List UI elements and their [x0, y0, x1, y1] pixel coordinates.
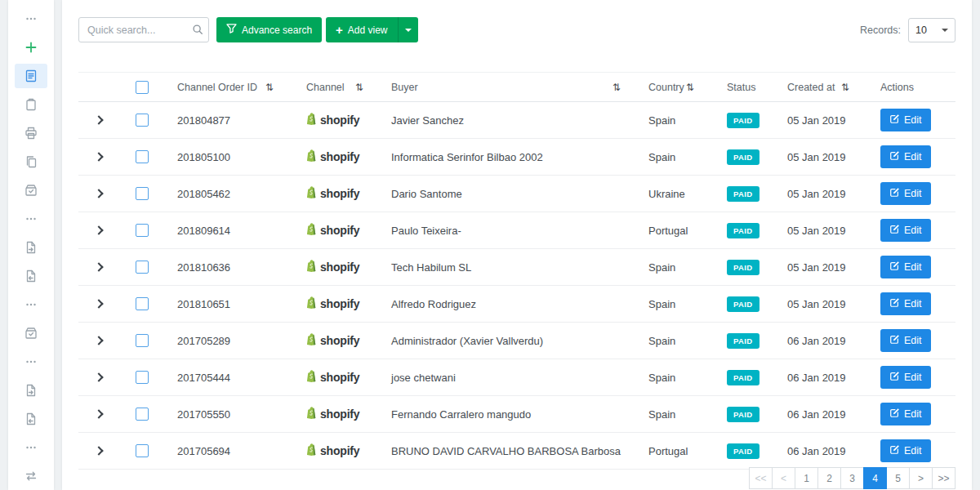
expand-chevron-icon[interactable]	[94, 299, 103, 308]
edit-button[interactable]: Edit	[880, 439, 931, 462]
row-checkbox[interactable]	[136, 334, 149, 347]
edit-button[interactable]: Edit	[880, 292, 931, 315]
page-button->[interactable]: >	[909, 467, 933, 489]
column-header-created-at[interactable]: Created at ⇅	[781, 73, 871, 101]
row-checkbox[interactable]	[136, 297, 149, 310]
page-button-1[interactable]: 1	[795, 467, 818, 489]
sidebar-copy-icon[interactable]	[15, 149, 47, 174]
sidebar-more-icon-2[interactable]	[15, 207, 47, 231]
row-checkbox[interactable]	[136, 114, 149, 127]
buyer-cell: Administrador (Xavier Vallverdu)	[385, 323, 642, 359]
sort-icon[interactable]: ⇅	[612, 82, 621, 93]
country-cell: Spain	[642, 323, 715, 359]
sidebar-transfer-icon[interactable]	[15, 464, 47, 488]
expand-chevron-icon[interactable]	[94, 225, 103, 234]
row-checkbox[interactable]	[136, 444, 149, 457]
sidebar-more-icon-5[interactable]	[15, 435, 47, 460]
edit-button[interactable]: Edit	[880, 403, 931, 425]
shopify-logo-icon	[306, 223, 317, 238]
row-checkbox[interactable]	[136, 224, 149, 237]
created-at-cell: 05 Jan 2019	[781, 286, 871, 322]
order-id-cell: 201805462	[164, 176, 295, 212]
order-id-cell: 201705694	[164, 433, 295, 469]
sidebar-more-icon[interactable]	[15, 7, 47, 31]
sidebar-clipboard-icon[interactable]	[15, 92, 47, 117]
sidebar-archive-icon[interactable]	[15, 321, 47, 345]
expand-chevron-icon[interactable]	[94, 336, 103, 345]
sort-icon[interactable]: ⇅	[841, 82, 849, 93]
column-header-buyer[interactable]: Buyer ⇅	[385, 73, 642, 101]
edit-label: Edit	[904, 298, 922, 310]
page-button-5[interactable]: 5	[886, 467, 910, 489]
buyer-cell: Informatica Serinfor Bilbao 2002	[385, 139, 642, 175]
edit-button[interactable]: Edit	[880, 329, 931, 352]
edit-button[interactable]: Edit	[880, 182, 931, 205]
page-button->>[interactable]: >>	[932, 467, 956, 489]
sidebar-file-export-icon-2[interactable]	[15, 378, 47, 403]
row-checkbox[interactable]	[136, 150, 149, 163]
column-header-country[interactable]: Country ⇅	[642, 73, 715, 101]
created-at-cell: 06 Jan 2019	[781, 323, 871, 359]
status-cell: PAID	[715, 139, 781, 175]
page-button-4[interactable]: 4	[863, 467, 887, 489]
buyer-cell: Fernando Carralero mangudo	[385, 396, 642, 432]
sort-icon[interactable]: ⇅	[355, 82, 363, 93]
column-label: Country	[648, 82, 684, 93]
table-row: 201705694 shopify BRUNO DAVID CARVALHO B…	[78, 433, 956, 470]
expand-chevron-icon[interactable]	[94, 446, 103, 455]
expand-chevron-icon[interactable]	[94, 115, 103, 124]
order-id-cell: 201810651	[164, 286, 295, 322]
expand-chevron-icon[interactable]	[94, 409, 103, 418]
check-cell	[119, 212, 164, 248]
add-view-dropdown-button[interactable]	[398, 17, 418, 42]
edit-button[interactable]: Edit	[880, 256, 931, 278]
search-icon[interactable]	[192, 24, 203, 38]
sidebar-file-export-icon[interactable]	[15, 235, 47, 260]
channel-cell: shopify	[295, 176, 385, 212]
column-header-channel-order-id[interactable]: Channel Order ID ⇅	[164, 73, 295, 101]
edit-button[interactable]: Edit	[880, 145, 931, 168]
sidebar-fulfill-icon[interactable]	[15, 178, 47, 203]
channel-name: shopify	[320, 371, 359, 384]
page-button-3[interactable]: 3	[840, 467, 864, 489]
select-all-checkbox[interactable]	[136, 81, 149, 94]
row-checkbox[interactable]	[136, 187, 149, 200]
expand-chevron-icon[interactable]	[94, 189, 103, 198]
chevron-down-icon	[405, 29, 412, 32]
column-header-channel[interactable]: Channel ⇅	[295, 73, 385, 101]
search-input[interactable]	[78, 17, 209, 42]
sidebar-more-icon-4[interactable]	[15, 350, 47, 374]
edit-button[interactable]: Edit	[880, 219, 931, 242]
sidebar-print-icon[interactable]	[15, 121, 47, 145]
row-checkbox[interactable]	[136, 261, 149, 274]
sidebar-more-icon-3[interactable]	[15, 292, 47, 317]
actions-cell: Edit	[871, 396, 956, 432]
page-button-<<[interactable]: <<	[749, 467, 773, 489]
sort-icon[interactable]: ⇅	[686, 82, 694, 93]
expand-chevron-icon[interactable]	[94, 152, 103, 161]
table-row: 201705444 shopify jose chetwani Spain PA…	[78, 359, 956, 396]
sort-icon[interactable]: ⇅	[265, 82, 274, 93]
expand-chevron-icon[interactable]	[94, 372, 103, 381]
channel-cell: shopify	[295, 212, 385, 248]
page-button-<[interactable]: <	[772, 467, 795, 489]
page-button-2[interactable]: 2	[817, 467, 841, 489]
sidebar-add-icon[interactable]	[15, 35, 47, 60]
row-checkbox[interactable]	[136, 408, 149, 421]
records-select[interactable]: 10	[908, 18, 956, 42]
sidebar-orders-icon[interactable]	[15, 64, 47, 88]
sidebar-file-import-icon-2[interactable]	[15, 407, 47, 431]
actions-cell: Edit	[871, 323, 956, 359]
edit-icon	[889, 334, 900, 347]
edit-button[interactable]: Edit	[880, 109, 931, 131]
buyer-cell: Alfredo Rodriguez	[385, 286, 642, 322]
sidebar	[8, 0, 54, 490]
expand-chevron-icon[interactable]	[94, 262, 103, 271]
sidebar-file-import-icon[interactable]	[15, 264, 47, 288]
edit-button[interactable]: Edit	[880, 366, 931, 389]
row-checkbox[interactable]	[136, 371, 149, 384]
add-view-button[interactable]: + Add view	[326, 17, 397, 42]
advance-search-button[interactable]: Advance search	[216, 17, 322, 42]
column-label: Buyer	[391, 82, 418, 93]
country-cell: Spain	[642, 249, 715, 285]
